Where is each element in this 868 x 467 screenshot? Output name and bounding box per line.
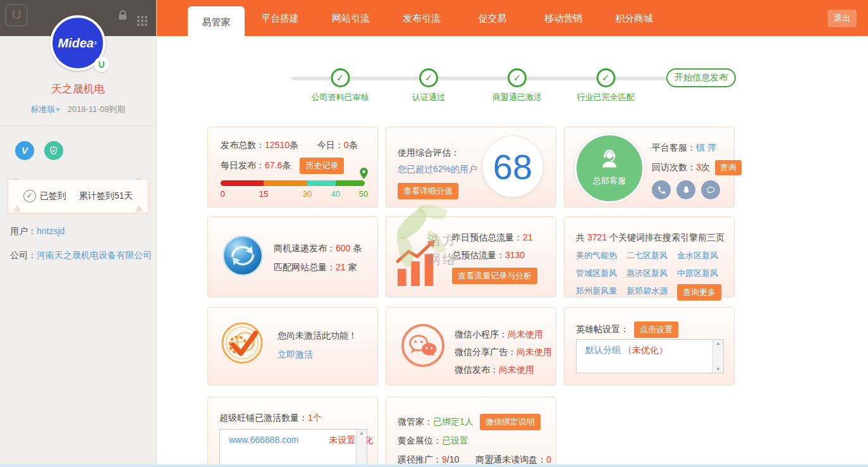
bottom-edge-strip <box>0 464 868 467</box>
traffic-card: 昨日预估总流量：21 总预估流量：3130 查看流量记录与分析 <box>386 216 556 297</box>
step-company-audited: ✓ 公司资料已审核 <box>312 68 369 103</box>
qq-icon[interactable] <box>676 180 695 199</box>
decor-mark-right: ❛❛ <box>137 178 143 182</box>
tab-yidongyingxiao[interactable]: 移动营销 <box>528 0 599 36</box>
publish-today: 今日：0条 <box>317 140 358 150</box>
supershop-site-row[interactable]: www.666888.com 未设置优化 <box>220 430 367 446</box>
heropost-option[interactable]: 默认分组 （未优化） <box>577 340 723 356</box>
publish-today-value: 0 <box>344 140 349 150</box>
scrollbar[interactable]: ▲ ▼ <box>712 340 723 373</box>
detail-score-button[interactable]: 查看详细分值 <box>398 183 458 199</box>
supershop-listbox[interactable]: www.666888.com 未设置优化 ▲ ▼ <box>219 429 367 467</box>
tab-jifenshangcheng[interactable]: 积分商城 <box>599 0 669 36</box>
keyword-link[interactable]: 美的气能热 <box>576 250 627 261</box>
company-link[interactable]: 河南天之晟机电设备有限公司 <box>37 250 152 260</box>
user-row: 用户：hntzsjd <box>0 226 156 237</box>
company-name: 天之晟机电 <box>0 82 156 96</box>
company-row: 公司：河南天之晟机电设备有限公司 <box>0 250 156 261</box>
publish-total-value: 12510 <box>265 140 290 150</box>
keyword-link[interactable]: 金水区新风 <box>677 250 725 261</box>
traffic-analyze-button[interactable]: 查看流量记录与分析 <box>452 268 537 284</box>
apps-grid-icon[interactable] <box>137 16 140 18</box>
scroll-down-icon[interactable]: ▼ <box>713 366 723 372</box>
user-link[interactable]: hntzsjd <box>37 226 64 236</box>
shield-badge-icon[interactable] <box>44 141 63 160</box>
service-card: 总部客服 平台客服：镇 萍 回访次数：3次 查询 <box>564 127 735 208</box>
biz-publish-row: 商机速递发布：600 条 <box>274 239 362 258</box>
service-avatar-label: 总部客服 <box>577 175 642 187</box>
more-keywords-button[interactable]: 查询更多 <box>677 284 721 301</box>
scrollbar[interactable]: ▲ ▼ <box>356 430 367 467</box>
heropost-card: 英雄帖设置： 点击设置 默认分组 （未优化） ▲ ▼ <box>564 307 735 385</box>
step-check-icon: ✓ <box>596 68 615 87</box>
heropost-set-button[interactable]: 点击设置 <box>634 321 678 338</box>
brand-u-icon: U <box>5 4 28 27</box>
tab-pingtaidajian[interactable]: 平台搭建 <box>245 0 315 36</box>
step-label: 商盟通已激活 <box>492 92 542 103</box>
wechat-sharead-row: 微信分享广告：尚未使用 <box>455 343 552 361</box>
scroll-up-icon[interactable]: ▲ <box>713 340 723 346</box>
v-certified-badge[interactable]: V <box>15 141 34 160</box>
traffic-yesterday-row: 昨日预估总流量：21 <box>452 232 533 244</box>
wechat-bind-help-button[interactable]: 微信绑定说明 <box>480 414 541 430</box>
bar-chart-icon <box>396 239 441 289</box>
publish-total-row: 发布总数：12510条 今日：0条 <box>221 140 358 151</box>
company-label: 公司： <box>10 250 37 260</box>
user-label: 用户： <box>10 226 37 236</box>
keyword-link[interactable]: 惠济区新风 <box>627 268 677 279</box>
signin-total: 累计签到51天 <box>79 190 133 202</box>
supershop-card: 超级旺铺已激活数量：1个 www.666888.com 未设置优化 ▲ ▼ <box>207 397 378 467</box>
history-button[interactable]: 历史记录 <box>300 158 344 174</box>
signin-check-icon: ✓ <box>23 190 36 202</box>
chat-icon[interactable] <box>701 180 720 199</box>
keyword-link[interactable]: 郑州新风量 <box>576 285 627 301</box>
heropost-listbox[interactable]: 默认分组 （未优化） ▲ ▼ <box>576 339 724 373</box>
step-alliance-activated: ✓ 商盟通已激活 <box>492 68 542 103</box>
meter-tick: 15 <box>259 189 268 199</box>
evaluation-title: 使用综合评估： <box>398 147 460 159</box>
meter-pin-icon <box>360 168 368 181</box>
tab-cujiaoyi[interactable]: 促交易 <box>457 0 528 36</box>
midea-logo-text: Midea <box>58 36 94 51</box>
gold-status: 已设置 <box>442 435 468 445</box>
meter-tick: 0 <box>220 189 224 199</box>
keyword-link[interactable]: 中原区新风 <box>677 268 725 279</box>
meter-tick: 30 <box>303 189 312 199</box>
activate-now-link[interactable]: 立即激活 <box>278 349 313 361</box>
shop-site-link[interactable]: www.666888.com <box>229 435 299 445</box>
manager-gold-row: 黄金展位：已设置 <box>398 435 468 447</box>
step-check-icon: ✓ <box>508 68 527 87</box>
top-nav: 易管家 平台搭建 网站引流 发布引流 促交易 移动营销 积分商城 退出 <box>157 0 868 36</box>
keywords-summary: 共 3721 个关键词排在搜索引擎前三页 <box>576 232 724 244</box>
tab-yiguanjia[interactable]: 易管家 <box>188 6 245 39</box>
phone-icon[interactable] <box>652 180 671 199</box>
lock-icon[interactable] <box>118 10 127 22</box>
plan-link[interactable]: 标准版+ <box>31 104 61 114</box>
publish-stats-card: 发布总数：12510条 今日：0条 每日发布：67.6条 历史记录 0 15 <box>207 127 378 208</box>
cards-grid: 发布总数：12510条 今日：0条 每日发布：67.6条 历史记录 0 15 <box>207 127 735 467</box>
wechat-publish-row: 微信发布：尚未使用 <box>455 361 552 378</box>
callback-count: 3 <box>696 162 701 172</box>
tab-wangzhanyinliu[interactable]: 网站引流 <box>315 0 386 36</box>
sync-arrows-icon <box>222 235 264 278</box>
scroll-up-icon[interactable]: ▲ <box>357 430 367 436</box>
keyword-link[interactable]: 新郑碧水源 <box>627 285 677 301</box>
keyword-link[interactable]: 二七区新风 <box>627 250 677 261</box>
supershop-title-row: 超级旺铺已激活数量：1个 <box>219 413 322 424</box>
step-certified: ✓ 认证通过 <box>412 68 445 103</box>
signin-card[interactable]: ❛❛ ❛❛ ✓ 已签到 累计签到51天 <box>8 179 149 213</box>
start-publish-button[interactable]: 开始信息发布 <box>666 68 736 87</box>
plan-expiry: 2018-11-08到期 <box>68 104 126 114</box>
contact-icons <box>652 180 720 199</box>
promo-value: 9 <box>442 454 447 464</box>
step-label: 公司资料已审核 <box>312 92 369 103</box>
tab-fabuyinliu[interactable]: 发布引流 <box>386 0 457 36</box>
biz-sites-row: 匹配网站总量：21 家 <box>274 258 362 277</box>
company-logo: Midea® U <box>50 15 107 72</box>
service-staff-row: 平台客服：镇 萍 <box>652 142 716 154</box>
logout-button[interactable]: 退出 <box>828 9 857 27</box>
query-button[interactable]: 查询 <box>715 160 742 175</box>
manager-bind-row: 微管家：已绑定1人 微信绑定说明 <box>398 414 541 430</box>
keyword-link[interactable]: 管城区新风 <box>576 268 627 279</box>
traffic-total-value: 3130 <box>505 250 525 260</box>
